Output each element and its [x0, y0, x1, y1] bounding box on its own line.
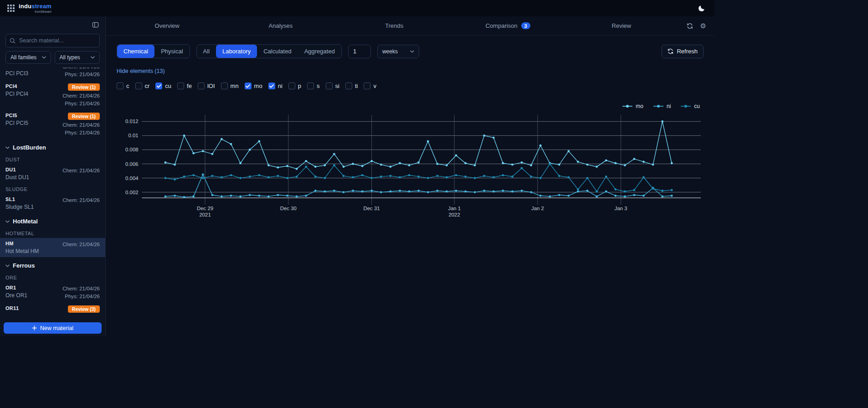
element-toggle-fe[interactable]: fe	[177, 83, 192, 89]
legend-marker	[681, 104, 691, 108]
filter-chemical-button[interactable]: Chemical	[117, 45, 154, 58]
checkbox-si[interactable]	[326, 83, 333, 89]
filter-physical-button[interactable]: Physical	[154, 45, 189, 58]
checkbox-v[interactable]	[364, 83, 370, 89]
families-select[interactable]: All families	[5, 51, 51, 64]
material-item-pci4[interactable]: PCI4PCI PCI4Review (1)Chem: 21/04/26Phys…	[0, 81, 105, 110]
filter-all-button[interactable]: All	[197, 45, 216, 58]
material-item-hm[interactable]: HMHot Metal HMChem: 21/04/26	[0, 238, 105, 257]
tab-trends[interactable]: Trends	[338, 22, 451, 29]
element-toggle-mo[interactable]: mo	[245, 83, 262, 89]
chem-date: Chem: 21/04/26	[62, 167, 100, 175]
element-toggle-si[interactable]: si	[326, 83, 339, 89]
material-group-lostburden[interactable]: LostBurden	[0, 139, 105, 154]
material-item-or1[interactable]: OR1Ore OR1Chem: 21/04/26Phys: 21/04/26	[0, 282, 105, 303]
analysis-source-toggle: AllLaboratoryCalculatedAggregated	[196, 44, 342, 58]
material-item-sl1[interactable]: SL1Sludge SL1Chem: 21/04/26	[0, 194, 105, 213]
element-toggle-cr[interactable]: cr	[135, 83, 150, 89]
chart-legend: monicu	[117, 103, 700, 109]
material-item-pci5[interactable]: PCI5PCI PCI5Review (1)Chem: 21/04/26Phys…	[0, 110, 105, 139]
material-group-hotmetal[interactable]: HotMetal	[0, 213, 105, 227]
sidebar-collapse-button[interactable]	[90, 20, 101, 30]
checkbox-ti[interactable]	[345, 83, 352, 89]
element-label: fe	[187, 83, 192, 89]
material-code: PCI4	[5, 83, 28, 89]
material-group-ferrous[interactable]: Ferrous	[0, 257, 105, 272]
checkbox-p[interactable]	[288, 83, 295, 89]
tab-analyses[interactable]: Analyses	[224, 22, 337, 29]
element-toggle-s[interactable]: s	[307, 83, 320, 89]
filter-aggregated-button[interactable]: Aggregated	[298, 45, 341, 58]
element-toggle-ti[interactable]: ti	[345, 83, 358, 89]
plus-icon	[32, 325, 37, 331]
checkbox-loi[interactable]	[198, 83, 205, 89]
main-tabs: OverviewAnalysesTrendsComparison3Review …	[106, 16, 714, 36]
chevron-down-icon	[5, 264, 10, 267]
filter-label: Aggregated	[304, 48, 335, 55]
filter-calculated-button[interactable]: Calculated	[257, 45, 298, 58]
tab-overview[interactable]: Overview	[110, 22, 224, 29]
tab-review[interactable]: Review	[565, 22, 678, 29]
legend-item-ni[interactable]: ni	[653, 103, 671, 109]
app-logo[interactable]: industream IronStream	[7, 3, 51, 14]
review-badge[interactable]: Review (1)	[68, 113, 100, 120]
element-toggle-c[interactable]: c	[117, 83, 129, 89]
period-value-input[interactable]	[348, 45, 371, 58]
legend-marker	[622, 104, 632, 108]
checkbox-c[interactable]	[117, 83, 123, 89]
comparison-chart: monicu 0.0020.0040.0060.0080.010.012Dec …	[117, 103, 704, 219]
checkbox-ni[interactable]	[268, 83, 275, 89]
legend-marker	[653, 104, 663, 108]
refresh-button[interactable]: Refresh	[662, 45, 704, 58]
material-item-pci3[interactable]: PCI3PCI PCI3Chem: 21/04/26Phys: 21/04/26	[0, 67, 105, 81]
material-code: PCI5	[5, 113, 28, 118]
check-icon	[246, 84, 250, 88]
material-code: HM	[5, 241, 39, 246]
element-toggle-cu[interactable]: cu	[155, 83, 171, 89]
search-icon	[10, 37, 15, 46]
filter-label: Calculated	[263, 48, 291, 55]
material-item-or11[interactable]: OR11Review (3)	[0, 303, 105, 317]
checkbox-fe[interactable]	[177, 83, 184, 89]
settings-button[interactable]: ⚙	[699, 21, 708, 31]
filter-label: Chemical	[123, 48, 148, 55]
search-input[interactable]	[5, 34, 100, 47]
element-label: cu	[165, 83, 171, 89]
svg-text:2021: 2021	[199, 212, 211, 217]
sync-button[interactable]	[685, 21, 695, 31]
checkbox-cr[interactable]	[135, 83, 142, 89]
chevron-down-icon	[410, 50, 414, 53]
period-unit-select[interactable]: weeks	[377, 45, 419, 58]
element-toggle-p[interactable]: p	[288, 83, 301, 89]
element-toggle-v[interactable]: v	[364, 83, 376, 89]
families-select-value: All families	[10, 54, 36, 61]
review-badge[interactable]: Review (1)	[68, 83, 100, 91]
types-select[interactable]: All types	[55, 51, 100, 64]
filter-laboratory-button[interactable]: Laboratory	[216, 45, 257, 58]
checkbox-s[interactable]	[307, 83, 314, 89]
svg-text:Dec 30: Dec 30	[280, 206, 297, 211]
svg-text:0.012: 0.012	[125, 119, 138, 124]
hide-elements-link[interactable]: Hide elements (13)	[117, 68, 165, 74]
element-label: ti	[355, 83, 358, 89]
legend-item-mo[interactable]: mo	[622, 103, 643, 109]
review-badge[interactable]: Review (3)	[68, 305, 100, 313]
tab-comparison[interactable]: Comparison3	[451, 22, 565, 29]
panel-collapse-icon	[92, 21, 99, 28]
filter-label: Physical	[161, 48, 183, 55]
checkbox-cu[interactable]	[155, 83, 162, 89]
element-toggle-mn[interactable]: mn	[221, 83, 239, 89]
chevron-down-icon	[91, 56, 95, 59]
element-toggle-loi[interactable]: lOI	[198, 83, 215, 89]
checkbox-mo[interactable]	[245, 83, 252, 89]
checkbox-mn[interactable]	[221, 83, 228, 89]
material-item-du1[interactable]: DU1Dust DU1Chem: 21/04/26	[0, 164, 105, 183]
new-material-button[interactable]: New material	[4, 322, 102, 334]
legend-item-cu[interactable]: cu	[681, 103, 700, 109]
element-toggle-ni[interactable]: ni	[268, 83, 282, 89]
analysis-filters: ChemicalPhysical AllLaboratoryCalculated…	[117, 44, 704, 58]
app-subtitle: IronStream	[35, 10, 51, 14]
element-checkboxes: ccrcufelOImnmonipssitiv	[117, 83, 704, 89]
material-code: OR11	[5, 305, 19, 311]
theme-toggle-button[interactable]	[696, 3, 707, 14]
